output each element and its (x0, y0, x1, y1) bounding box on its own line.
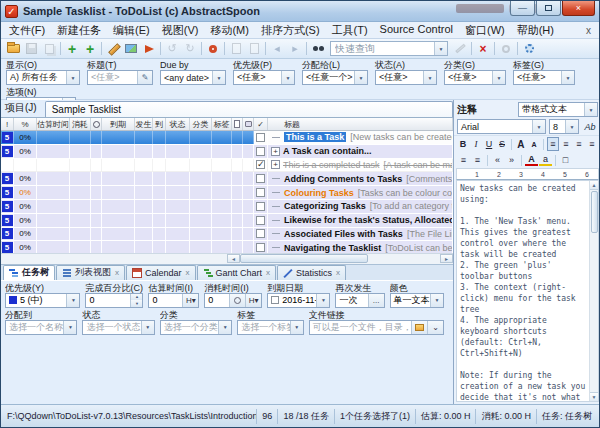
task-checkbox[interactable] (256, 216, 265, 225)
filter-title-input[interactable]: <任意>✎ (87, 70, 153, 85)
task-checkbox[interactable] (256, 174, 265, 183)
chevron-down-icon[interactable]: ▼ (565, 120, 578, 133)
menubar-close-icon[interactable]: x (580, 25, 597, 36)
chevron-down-icon[interactable]: ▼ (281, 71, 294, 84)
attribute-field-recur[interactable]: 一次... (335, 293, 384, 308)
column-header-clock[interactable] (91, 118, 102, 130)
comments-editor[interactable]: New tasks can be created using: 1. The '… (456, 180, 599, 402)
column-header-估算时间[interactable]: 估算时间 (37, 118, 70, 130)
maximize-button[interactable] (536, 1, 561, 16)
task-row[interactable]: 50%This is a Task[New tasks can be creat… (1, 131, 453, 145)
filter-select[interactable]: A) 所有任务▼ (6, 70, 80, 85)
task-row[interactable]: 50%+A Task can contain... (1, 145, 453, 159)
new-task-icon[interactable]: + (63, 40, 81, 57)
task-row[interactable]: 50%Adding Comments to Tasks[Comments are… (1, 172, 453, 186)
chevron-down-icon[interactable]: ▼ (584, 103, 597, 116)
spinner[interactable]: ▲▼ (130, 294, 142, 307)
task-row[interactable]: 50%Colouring Tasks[Tasks can be colour c… (1, 186, 453, 200)
underline-icon[interactable]: U (483, 137, 495, 151)
fill-color-icon[interactable]: a (539, 154, 552, 166)
attribute-field-priority[interactable]: 5 (中)▼ (5, 293, 80, 308)
chevron-down-icon[interactable]: ▼ (218, 321, 231, 334)
menu-item[interactable]: 帮助(H) (511, 22, 560, 39)
font-size-select[interactable]: 8 ▼ (549, 119, 579, 134)
chevron-down-icon[interactable]: ▼ (66, 71, 79, 84)
attribute-field-select[interactable]: 选择一个状态▼ (82, 320, 154, 335)
chevron-down-icon[interactable]: ▼ (63, 321, 76, 334)
menu-item[interactable]: 编辑(E) (107, 22, 156, 39)
time-track-icon[interactable] (229, 294, 245, 307)
tab-列表视图[interactable]: 列表视图x (56, 265, 125, 280)
strikethrough-icon[interactable]: S (496, 137, 508, 151)
task-checkbox[interactable] (256, 202, 265, 211)
quick-search-input[interactable]: 快速查询 ▼ (330, 41, 448, 56)
expand-icon[interactable]: + (271, 160, 280, 169)
align-right-icon[interactable]: ≡ (573, 137, 585, 151)
bold-icon[interactable]: B (457, 137, 469, 151)
tab-Statistics[interactable]: Statisticsx (277, 265, 346, 280)
tab-close-icon[interactable]: x (186, 268, 190, 277)
attribute-field-filelink[interactable]: 可以是一个文件，目录，网址，邮件或任务树⌄ (309, 320, 444, 335)
preferences-icon[interactable] (520, 40, 538, 57)
maximize-tasklist-icon[interactable] (227, 40, 245, 57)
menu-item[interactable]: 移动(M) (204, 22, 255, 39)
vertical-scrollbar[interactable]: ▲ ▼ (589, 181, 598, 401)
italic-icon[interactable]: I (470, 137, 482, 151)
new-subtask-icon[interactable]: + (81, 40, 99, 57)
time-track-icon[interactable] (497, 40, 515, 57)
chevron-down-icon[interactable]: ▼ (532, 120, 545, 133)
forward-icon[interactable]: ▸ (286, 40, 304, 57)
attribute-field-select[interactable]: 单一文本▼ (390, 293, 444, 308)
expand-icon[interactable]: + (271, 147, 280, 156)
shrink-font-icon[interactable]: A (528, 137, 540, 151)
attribute-field-spin[interactable]: 0▲▼ (85, 293, 143, 308)
align-left-icon[interactable]: ≡ (547, 137, 559, 151)
chevron-down-icon[interactable]: ▼ (212, 71, 225, 84)
tab-close-icon[interactable]: x (266, 268, 270, 277)
time-unit-button[interactable]: H▾ (182, 294, 198, 307)
task-row[interactable]: 50%Categorizing Tasks[To add an category… (1, 200, 453, 214)
align-center-icon[interactable]: ≡ (560, 137, 572, 151)
attribute-field-select[interactable]: 选择一个名称▼ (5, 320, 77, 335)
column-header-标签[interactable]: 标签 (212, 118, 232, 130)
column-header-%[interactable]: % (14, 118, 37, 130)
filter-select[interactable]: <any date>▼ (160, 70, 226, 85)
browse-folder-icon[interactable] (411, 321, 427, 334)
menu-item[interactable]: 排序方式(S) (255, 22, 326, 39)
task-checkbox[interactable] (256, 229, 265, 238)
column-header-消耗[interactable]: 消耗 (70, 118, 91, 130)
menu-item[interactable]: 视图(V) (156, 22, 205, 39)
copy-icon[interactable] (40, 40, 58, 57)
chevron-down-icon[interactable]: ▼ (66, 294, 79, 307)
column-header-✓[interactable]: ✓ (254, 118, 268, 130)
comments-format-select[interactable]: 带格式文本 ▼ (518, 102, 598, 117)
task-row[interactable]: 50%Associated Files with Tasks[The File … (1, 228, 453, 242)
view-link-button[interactable]: ⌄ (427, 321, 443, 334)
tab-close-icon[interactable]: x (336, 268, 340, 277)
scrollbar-thumb[interactable] (591, 191, 598, 233)
table-header[interactable]: !%估算时间消耗到期发生到状态分类标签✓标题 (1, 117, 453, 131)
spellcheck-icon[interactable] (204, 40, 222, 57)
chevron-down-icon[interactable]: ▼ (316, 294, 329, 307)
scrollbar-thumb[interactable] (240, 254, 368, 263)
attribute-field-time2[interactable]: 0H▾ (204, 293, 262, 308)
date-checkbox[interactable] (271, 296, 279, 304)
time-unit-button[interactable]: H▾ (245, 294, 261, 307)
title-filter-options-icon[interactable]: ✎ (137, 71, 152, 84)
indent-icon[interactable]: » (505, 153, 518, 167)
column-header-发生[interactable]: 发生 (135, 118, 153, 130)
task-row[interactable]: 50%Likewise for the task's Status, Alloc… (1, 214, 453, 228)
scroll-up-icon[interactable]: ▲ (590, 181, 599, 190)
column-header-标题[interactable]: 标题 (268, 118, 453, 130)
font-style-button[interactable]: Ab (582, 120, 598, 134)
chevron-down-icon[interactable]: ▼ (434, 42, 447, 55)
save-icon[interactable] (22, 40, 40, 57)
numbered-list-icon[interactable]: ≡ (471, 153, 484, 167)
menu-item[interactable]: Source Control (374, 22, 459, 39)
edit-pencil-icon[interactable] (104, 40, 122, 57)
attribute-field-time[interactable]: 0H▾ (148, 293, 199, 308)
flag-icon[interactable] (140, 40, 158, 57)
column-header-到期[interactable]: 到期 (102, 118, 135, 130)
filter-select[interactable]: <任意>▼ (233, 70, 295, 85)
attribute-field-date[interactable]: 2016-11-04▼ (267, 293, 330, 308)
